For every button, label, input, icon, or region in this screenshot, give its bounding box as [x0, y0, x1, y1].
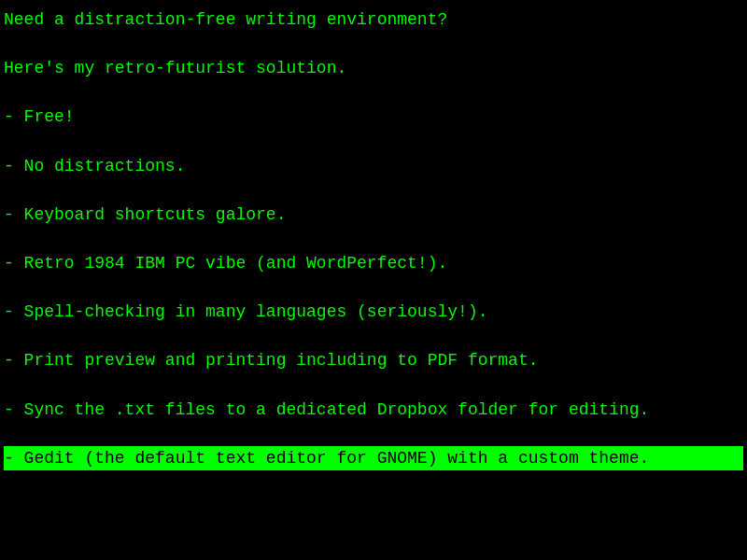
terminal-line — [4, 178, 743, 203]
terminal-line — [4, 80, 743, 105]
terminal-line: - Spell-checking in many languages (seri… — [4, 300, 743, 324]
terminal-line: - Gedit (the default text editor for GNO… — [4, 446, 743, 470]
terminal-line — [4, 372, 743, 397]
terminal-line: - No distractions. — [4, 154, 743, 178]
terminal-line — [4, 32, 743, 56]
terminal-line — [4, 129, 743, 153]
terminal-line: Need a distraction-free writing environm… — [4, 7, 743, 32]
terminal-line: Here's my retro-futurist solution. — [4, 56, 743, 80]
terminal-line — [4, 422, 743, 446]
terminal-line: - Keyboard shortcuts galore. — [4, 203, 743, 227]
terminal-line: - Retro 1984 IBM PC vibe (and WordPerfec… — [4, 251, 743, 275]
terminal-line — [4, 324, 743, 348]
terminal-line: - Print preview and printing including t… — [4, 348, 743, 372]
terminal-content: Need a distraction-free writing environm… — [4, 7, 743, 470]
terminal-line: - Sync the .txt files to a dedicated Dro… — [4, 398, 743, 422]
terminal-line — [4, 227, 743, 251]
terminal-line: - Free! — [4, 105, 743, 129]
terminal-line — [4, 275, 743, 300]
